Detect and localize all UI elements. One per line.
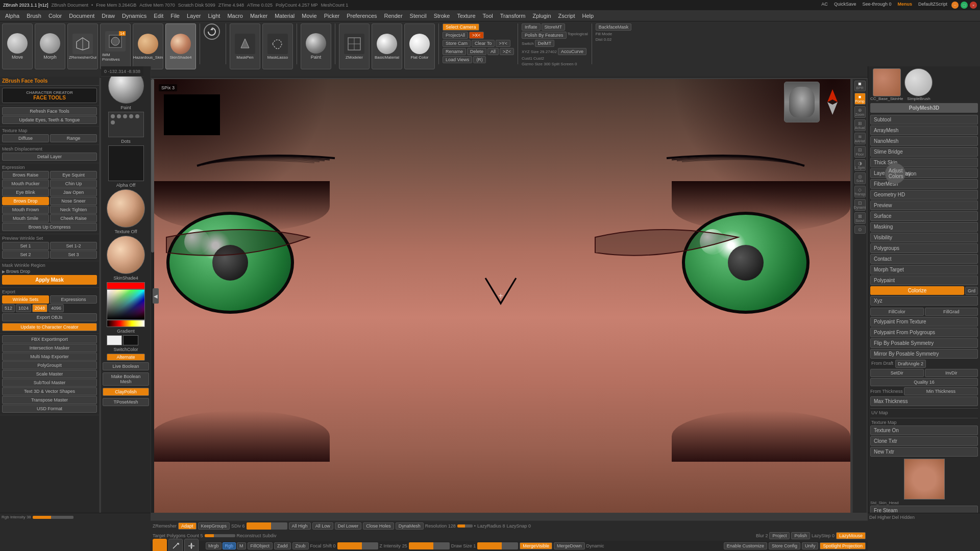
merge-down-btn[interactable]: MergeDown	[554, 542, 585, 549]
gradient-strip[interactable]	[107, 320, 145, 327]
imm-tool[interactable]: 14 IMM Primitives	[100, 23, 131, 69]
alternate-btn[interactable]: Alternate	[107, 354, 145, 361]
panel-collapse-left[interactable]: ◀	[153, 288, 159, 304]
gizmo-ctrl-btn[interactable]: ⊙	[854, 226, 866, 234]
enable-customize-btn[interactable]: Enable Customize	[724, 542, 767, 549]
morph-target-btn[interactable]: Morph Target	[870, 265, 978, 274]
menu-stencil[interactable]: Stencil	[407, 12, 430, 20]
del-lower-btn[interactable]: Del Lower	[335, 522, 362, 530]
brows-raise-btn[interactable]: Brows Raise	[2, 171, 49, 179]
inflate-btn[interactable]: Inflate	[522, 23, 541, 31]
fill-color-btn[interactable]: FillColor	[870, 308, 924, 316]
draft-angle-btn[interactable]: DraftAngle 2	[895, 360, 926, 368]
minimize-btn[interactable]: −	[951, 2, 959, 9]
menu-render[interactable]: Render	[381, 12, 406, 20]
store-config-btn[interactable]: Store Config	[769, 542, 800, 549]
hazardous-tool[interactable]: Hazardous_Skin	[133, 23, 163, 69]
menus-btn[interactable]: Menus	[895, 2, 914, 9]
menu-picker[interactable]: Picker	[321, 12, 343, 20]
diffuse-btn[interactable]: Diffuse	[2, 134, 49, 142]
menu-file[interactable]: File	[167, 12, 183, 20]
menu-zplugin[interactable]: Zplugin	[529, 12, 554, 20]
transpose-master-btn[interactable]: Transpose Master	[2, 396, 97, 404]
menu-dynamics[interactable]: Dynamics	[119, 12, 150, 20]
set2-btn[interactable]: Set 2	[2, 251, 49, 259]
z-intensity-slider[interactable]	[409, 542, 450, 549]
brows-up-btn[interactable]: Brows Up Compress	[2, 223, 97, 231]
rotate-icon[interactable]	[204, 23, 220, 40]
focal-slider[interactable]	[337, 542, 378, 549]
contact-btn[interactable]: Contact	[870, 254, 978, 264]
maskpen-tool[interactable]: MaskPen	[230, 23, 260, 69]
fill-grad-btn[interactable]: FillGrad	[925, 308, 978, 316]
set1-btn[interactable]: Set 1	[2, 242, 49, 250]
polypaint-from-texture-btn[interactable]: Polypaint From Texture	[870, 317, 978, 327]
inv-dir-btn[interactable]: InvDir	[925, 369, 978, 377]
edit-btn[interactable]	[153, 539, 167, 551]
merge-visible-btn[interactable]: MergeVisible	[520, 542, 552, 549]
menu-macro[interactable]: Macro	[224, 12, 246, 20]
clone-txtr-btn[interactable]: Clone Txtr	[870, 436, 978, 446]
simple-brush-thumb[interactable]: SimpleBrush	[904, 68, 933, 101]
menu-movie[interactable]: Movie	[299, 12, 320, 20]
color-saturation[interactable]	[107, 289, 145, 320]
detail-layer-btn[interactable]: Detail Layer	[2, 153, 97, 161]
all-btn[interactable]: All	[487, 48, 499, 55]
slime-bridge-btn[interactable]: Slime Bridge	[870, 147, 978, 157]
store-cam-btn[interactable]: Store Cam	[443, 40, 471, 47]
load-views-btn[interactable]: Load Views	[443, 56, 472, 63]
white-swatch[interactable]	[107, 335, 122, 345]
solo-btn[interactable]: ◎ Solo	[854, 172, 866, 184]
cc-base-thumb[interactable]: CC_Base_SkinHe	[870, 68, 903, 101]
apply-mask-btn[interactable]: Apply Mask	[2, 275, 97, 285]
black-swatch[interactable]	[123, 335, 138, 345]
polypaint-from-polygroups-btn[interactable]: Polypaint From Polygroups	[870, 328, 978, 337]
polish-features-btn[interactable]: Polish By Features	[522, 32, 567, 39]
menu-color[interactable]: Color	[45, 12, 65, 20]
surface-btn[interactable]: Surface	[870, 211, 978, 221]
texture-on-btn[interactable]: Texture On	[870, 425, 978, 435]
actual-btn[interactable]: ⊞ Actual	[854, 119, 866, 131]
rename-btn[interactable]: Rename	[443, 48, 466, 55]
usd-btn[interactable]: USD Format	[2, 405, 97, 413]
see-through-btn[interactable]: See-through 0	[860, 2, 893, 9]
flat-color-tool[interactable]: Flat Color	[404, 23, 435, 69]
bpr-btn[interactable]: 🔲 BPR	[854, 81, 866, 91]
menu-stroke[interactable]: Stroke	[431, 12, 453, 20]
paint-tool[interactable]: Paint	[301, 23, 331, 69]
cheek-raise-btn[interactable]: Cheek Raise	[50, 214, 97, 222]
text-3d-btn[interactable]: Text 3D & Vector Shapes	[2, 387, 97, 395]
export-objs-btn[interactable]: Export OBJs	[2, 313, 97, 321]
min-thickness-btn[interactable]: Min Thickness	[904, 387, 978, 395]
delete-btn[interactable]: Delete	[467, 48, 486, 55]
spotlight-btn[interactable]: Spotlight Projection	[820, 542, 866, 549]
close-btn[interactable]: ×	[970, 2, 977, 9]
basic-material-tool[interactable]: BasicMaterial	[372, 23, 402, 69]
fill-object-btn[interactable]: FillObject	[248, 542, 273, 549]
set-dir-btn[interactable]: SetDir	[870, 369, 924, 377]
nose-sneer-btn[interactable]: Nose Sneer	[50, 197, 97, 205]
project-btn[interactable]: Project	[769, 532, 790, 539]
neck-tighten-btn[interactable]: Neck Tighten	[50, 206, 97, 214]
nanomesh-btn[interactable]: NanoMesh	[870, 136, 978, 146]
uv-thumbnail[interactable]	[904, 459, 945, 499]
default-zscript-btn[interactable]: DefaultZScript	[916, 2, 949, 9]
brows-drop-btn[interactable]: Brows Drop	[2, 197, 49, 205]
quality-btn[interactable]: Quality 16	[870, 378, 978, 386]
flip-posable-btn[interactable]: Flip By Posable Symmetry	[870, 338, 978, 348]
maximize-btn[interactable]: □	[961, 2, 968, 9]
color-picker[interactable]	[107, 282, 145, 327]
menu-transform[interactable]: Transform	[497, 12, 529, 20]
move-tool[interactable]: Move	[2, 23, 33, 69]
new-txtr-btn[interactable]: New Txtr	[870, 447, 978, 457]
menu-marker[interactable]: Marker	[247, 12, 271, 20]
sdiv-slider[interactable]	[247, 522, 287, 530]
subtool-master-btn[interactable]: SubTool Master	[2, 379, 97, 387]
menu-zscript[interactable]: Zscript	[555, 12, 578, 20]
draw-btn[interactable]	[168, 539, 183, 551]
mouth-frown-btn[interactable]: Mouth Frown	[2, 206, 49, 214]
snap-btn[interactable]: ⊠ Scovi	[854, 212, 866, 224]
intersection-btn[interactable]: Intersection Masker	[2, 344, 97, 352]
close-holes-btn[interactable]: Close Holes	[363, 522, 394, 530]
aahat-btn[interactable]: ≋ AAHat	[854, 133, 866, 144]
